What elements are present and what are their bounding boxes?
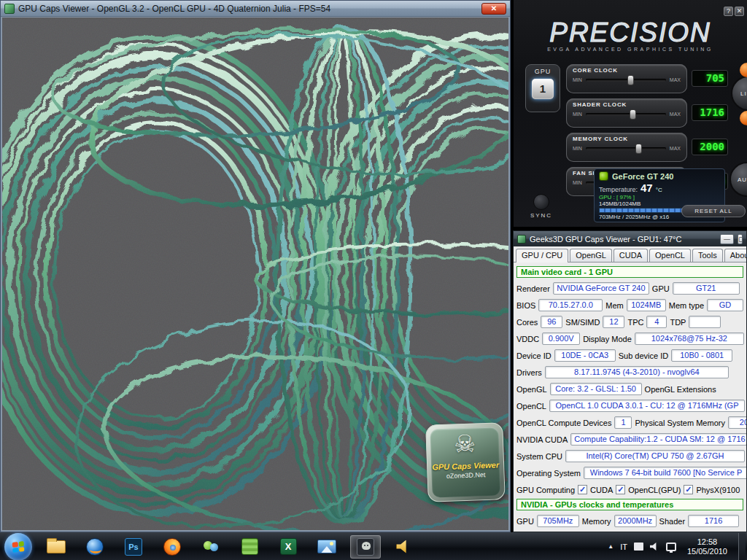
windows-logo-icon: [12, 541, 25, 553]
media-player-icon: [86, 538, 104, 556]
taskbar-item-audio-mixer[interactable]: [389, 535, 419, 559]
taskbar-item-firefox[interactable]: [157, 535, 187, 559]
gpu-selector-label: GPU: [526, 68, 560, 75]
sub-device-id-value: 10B0 - 0801: [671, 349, 732, 362]
physx-checkbox[interactable]: ✓: [684, 485, 693, 494]
gpu-selector-value[interactable]: 1: [532, 79, 554, 99]
auto-button[interactable]: AUTO: [729, 162, 747, 197]
main-titlebar[interactable]: GPU Caps Viewer - OpenGL 3.2 - OpenCL GP…: [1, 1, 510, 17]
clock-memory-value: 2000MHz: [614, 515, 657, 527]
reset-all-button[interactable]: RESET ALL: [681, 205, 746, 217]
sm-value: 12: [603, 316, 624, 328]
firefox-icon: [163, 538, 181, 556]
memory-clock-knob[interactable]: [635, 144, 642, 154]
help-icon[interactable]: ?: [724, 7, 733, 16]
table-row: Drivers 8.17.11.9745 (4-3-2010) - nvoglv…: [516, 364, 743, 381]
section-clocks-temps: NVIDIA - GPUs clocks and temperatures: [516, 499, 743, 510]
watermark-title: GPU Caps Viewer: [431, 460, 500, 471]
os-value: Windows 7 64-bit build 7600 [No Service …: [584, 467, 747, 479]
maximize-icon[interactable]: ▢: [738, 234, 743, 244]
clock[interactable]: 12:58 15/05/2010: [683, 537, 732, 556]
table-row: VDDC 0.900V Display Mode 747x560@75 Hz-…: [516, 330, 743, 347]
close-icon[interactable]: ✕: [481, 3, 506, 15]
temperature-value: 47: [640, 182, 653, 194]
system-tray: ▲ IT 12:58 15/05/2010: [608, 533, 747, 560]
link-button[interactable]: LINK: [731, 76, 747, 111]
opencl-value: OpenCL 1.0 CUDA 3.0.1 - CU: 12 @ 1716MHz…: [549, 400, 745, 412]
taskbar-item-media-player[interactable]: [80, 535, 110, 559]
clock-shader-value: 1716: [688, 515, 739, 527]
caps-app-icon: [517, 235, 526, 244]
sync-button[interactable]: [533, 194, 549, 210]
start-button[interactable]: [4, 533, 32, 560]
opencl-devices-value: 1: [614, 416, 632, 429]
opencl-checkbox[interactable]: ✓: [616, 485, 625, 494]
tab-opencl[interactable]: OpenCL: [649, 249, 691, 262]
table-row: GPU 705MHz Memory 2000MHz Shader 1716: [516, 513, 743, 529]
shader-clock-slider[interactable]: [586, 113, 666, 116]
sync-control[interactable]: SYNC: [524, 194, 559, 219]
tpc-value: 4: [646, 316, 667, 328]
vddc-value: 0.900V: [542, 332, 580, 345]
input-method-icon[interactable]: [634, 542, 643, 551]
cores-value: 96: [541, 316, 562, 328]
folder-icon: [47, 540, 66, 553]
caps-tabs: GPU / CPU OpenGL CUDA OpenCL Tools About: [514, 246, 746, 262]
taskbar-item-excel[interactable]: X: [273, 535, 303, 559]
show-hidden-icons-button[interactable]: ▲: [608, 543, 614, 550]
gpu-selector[interactable]: GPU 1: [525, 64, 560, 112]
memory-clock-slider[interactable]: [586, 147, 666, 150]
opengl-extensions-label[interactable]: OpenGL Extensions: [645, 385, 716, 394]
table-row: Cores 96 SM/SIMD 12 TPC 4 TDP: [516, 314, 743, 330]
shader-clock-knob[interactable]: [630, 109, 636, 120]
nvidia-logo: [599, 171, 608, 181]
cuda-value: Compute Capability:1.2 - CUDA SM: 12 @ 1…: [570, 433, 747, 446]
tab-opengl[interactable]: OpenGL: [570, 249, 612, 262]
network-icon[interactable]: [666, 542, 676, 551]
shader-clock-led: 1716: [692, 104, 728, 121]
app-icon: [4, 4, 15, 14]
taskbar-item-photoshop[interactable]: Ps: [118, 535, 149, 559]
memory-clock-led: 2000: [692, 139, 728, 155]
taskbar-item-notes[interactable]: [234, 535, 265, 559]
precision-tagline: EVGA ADVANCED GRAPHICS TUNING: [514, 47, 747, 52]
core-clock-knob[interactable]: [627, 75, 634, 85]
display-mode-value: 747x560@75 Hz-32: [635, 332, 744, 345]
core-clock-slider[interactable]: [586, 79, 666, 82]
gpu-caps-viewer-watermark: ☠ GPU Caps Viewer oZone3D.Net: [425, 422, 506, 502]
table-row: BIOS 70.15.27.0.0 Mem 1024MB Mem type GD: [516, 297, 743, 314]
caps-titlebar[interactable]: Geeks3D GPU Caps Viewer - GPU1: 47°C — ▢: [514, 231, 746, 246]
minimize-icon[interactable]: —: [720, 234, 734, 244]
opengl-value: Core: 3.2 - GLSL: 1.50: [550, 383, 642, 395]
tab-about[interactable]: About: [724, 249, 747, 262]
orange-knob-top[interactable]: [740, 63, 747, 77]
taskbar-item-messenger[interactable]: [196, 535, 226, 559]
language-indicator[interactable]: IT: [620, 542, 627, 551]
tdp-value: [689, 316, 721, 328]
core-clock-group: CORE CLOCK MIN MAX: [566, 64, 687, 93]
drivers-value: 8.17.11.9745 (4-3-2010) - nvoglv64: [545, 366, 729, 378]
skull-icon: ☠: [430, 427, 499, 461]
tab-gpu-cpu[interactable]: GPU / CPU: [516, 249, 568, 262]
precision-logo: PRECISION: [514, 18, 747, 48]
close-icon[interactable]: ✕: [735, 7, 744, 16]
volume-icon[interactable]: [650, 542, 659, 551]
excel-icon: X: [280, 538, 297, 555]
opengl-viewport[interactable]: ☠ GPU Caps Viewer oZone3D.Net: [2, 18, 508, 530]
cpu-value: Intel(R) Core(TM) CPU 750 @ 2.67GH: [565, 450, 745, 462]
orange-knob-bottom[interactable]: [740, 111, 747, 125]
tab-tools[interactable]: Tools: [692, 249, 723, 262]
taskbar-item-pictures[interactable]: [311, 535, 342, 559]
shader-clock-group: SHADER CLOCK MIN MAX: [566, 98, 687, 128]
cuda-checkbox[interactable]: ✓: [578, 485, 587, 494]
taskbar-item-gpu-caps-viewer[interactable]: [350, 535, 381, 559]
gpu-caps-demo-window: GPU Caps Viewer - OpenGL 3.2 - OpenCL GP…: [0, 0, 511, 532]
show-desktop-button[interactable]: [738, 533, 746, 560]
table-row: OpenCL OpenCL 1.0 CUDA 3.0.1 - CU: 12 @ …: [516, 397, 743, 414]
taskbar-item-explorer[interactable]: [41, 535, 71, 559]
mem-value: 1024MB: [627, 299, 666, 311]
bios-value: 70.15.27.0.0: [538, 299, 603, 311]
table-row: Operating System Windows 7 64-bit build …: [516, 464, 743, 481]
tab-cuda[interactable]: CUDA: [614, 249, 648, 262]
photoshop-icon: Ps: [125, 538, 142, 556]
